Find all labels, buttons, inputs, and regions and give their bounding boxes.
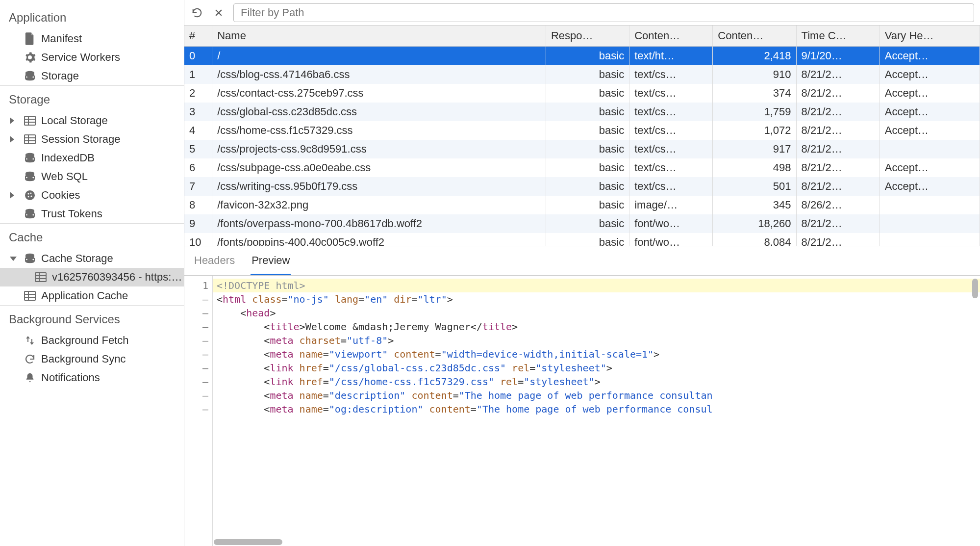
table-row[interactable]: 0/basictext/ht…2,4189/1/20…Accept… <box>184 46 980 65</box>
horizontal-scrollbar[interactable] <box>214 539 282 545</box>
gutter-line: – <box>184 402 212 416</box>
sidebar-item-local-storage[interactable]: Local Storage <box>0 111 184 130</box>
column-header[interactable]: Time C… <box>796 26 879 46</box>
svg-point-22 <box>25 260 34 262</box>
source-line[interactable]: <link href="/css/home-css.f1c57329.css" … <box>213 375 980 389</box>
table-cell: 8/21/2… <box>796 84 879 103</box>
sidebar-item-session-storage[interactable]: Session Storage <box>0 130 184 149</box>
table-row[interactable]: 6/css/subpage-css.a0e0eabe.cssbasictext/… <box>184 158 980 177</box>
table-cell: /favicon-32x32.png <box>212 196 546 214</box>
section-heading: Application <box>0 4 184 29</box>
column-header[interactable]: Vary He… <box>879 26 980 46</box>
sidebar-item-service-workers[interactable]: Service Workers <box>0 48 184 67</box>
sidebar-item-storage-overview[interactable]: Storage <box>0 67 184 85</box>
source-line[interactable]: <head> <box>213 306 980 320</box>
table-cell: basic <box>546 158 629 177</box>
table-cell: 4 <box>184 121 212 140</box>
sidebar-item-manifest[interactable]: Manifest <box>0 29 184 48</box>
source-line[interactable]: <meta name="viewport" content="width=dev… <box>213 347 980 361</box>
refresh-button[interactable] <box>190 6 204 20</box>
source-line[interactable]: <title>Welcome &mdash;Jeremy Wagner</tit… <box>213 320 980 334</box>
table-row[interactable]: 4/css/home-css.f1c57329.cssbasictext/cs…… <box>184 121 980 140</box>
svg-point-16 <box>30 193 32 194</box>
table-cell: /css/global-css.c23d85dc.css <box>212 103 546 121</box>
table-cell: Accept… <box>879 65 980 84</box>
source-line[interactable]: <meta name="description" content="The ho… <box>213 389 980 402</box>
table-cell: Accept… <box>879 121 980 140</box>
svg-rect-2 <box>25 116 35 125</box>
table-cell: 3 <box>184 103 212 121</box>
table-cell: /css/blog-css.47146ba6.css <box>212 65 546 84</box>
column-header[interactable]: Respo… <box>546 26 629 46</box>
table-cell: basic <box>546 177 629 196</box>
table-cell: font/wo… <box>629 233 713 247</box>
table-cell: 8,084 <box>713 233 796 247</box>
table-cell: /fonts/poppins-400.40c005c9.woff2 <box>212 233 546 247</box>
sidebar-item-label: Application Cache <box>41 289 128 302</box>
sidebar-item-notifications[interactable]: Notifications <box>0 368 184 387</box>
source-line[interactable]: <meta name="og:description" content="The… <box>213 402 980 416</box>
source-line[interactable]: <html class="no-js" lang="en" dir="ltr"> <box>213 292 980 306</box>
table-cell: 917 <box>713 140 796 158</box>
table-cell: 498 <box>713 158 796 177</box>
table-row[interactable]: 10/fonts/poppins-400.40c005c9.woff2basic… <box>184 233 980 247</box>
table-row[interactable]: 3/css/global-css.c23d85dc.cssbasictext/c… <box>184 103 980 121</box>
svg-point-20 <box>25 215 34 218</box>
table-cell: Accept… <box>879 84 980 103</box>
table-row[interactable]: 5/css/projects-css.9c8d9591.cssbasictext… <box>184 140 980 158</box>
chevron-down-icon[interactable] <box>10 257 17 261</box>
gutter-line: 1 <box>184 279 212 292</box>
chevron-right-icon[interactable] <box>10 136 14 143</box>
tab-headers[interactable]: Headers <box>193 251 236 275</box>
table-cell: 374 <box>713 84 796 103</box>
section-heading: Background Services <box>0 305 184 331</box>
vertical-scrollbar[interactable] <box>972 279 978 298</box>
table-cell: 8/21/2… <box>796 103 879 121</box>
table-cell: font/wo… <box>629 214 713 233</box>
sidebar-item-indexeddb[interactable]: IndexedDB <box>0 149 184 167</box>
column-header[interactable]: Conten… <box>629 26 713 46</box>
tab-preview[interactable]: Preview <box>251 251 291 275</box>
sidebar-item-app-cache[interactable]: Application Cache <box>0 286 184 305</box>
gutter-line: – <box>184 389 212 402</box>
table-row[interactable]: 2/css/contact-css.275ceb97.cssbasictext/… <box>184 84 980 103</box>
sidebar-item-label: Background Sync <box>41 353 126 365</box>
source-line[interactable]: <meta charset="utf-8"> <box>213 334 980 347</box>
table-cell <box>879 233 980 247</box>
sidebar-item-bg-sync[interactable]: Background Sync <box>0 350 184 368</box>
sidebar-item-cache-storage[interactable]: Cache Storage <box>0 249 184 268</box>
table-row[interactable]: 8/favicon-32x32.pngbasicimage/…3458/26/2… <box>184 196 980 214</box>
table-row[interactable]: 1/css/blog-css.47146ba6.cssbasictext/cs…… <box>184 65 980 84</box>
chevron-right-icon[interactable] <box>10 192 14 199</box>
column-header[interactable]: Name <box>212 26 546 46</box>
table-cell: 910 <box>713 65 796 84</box>
close-icon <box>214 8 224 18</box>
table-row[interactable]: 7/css/writing-css.95b0f179.cssbasictext/… <box>184 177 980 196</box>
sidebar-item-bg-fetch[interactable]: Background Fetch <box>0 331 184 350</box>
table-cell: 1 <box>184 65 212 84</box>
table-cell: 5 <box>184 140 212 158</box>
chevron-right-icon[interactable] <box>10 117 14 124</box>
gutter-line: – <box>184 375 212 389</box>
sidebar-item-cookies[interactable]: Cookies <box>0 186 184 205</box>
sidebar-item-trust-tokens[interactable]: Trust Tokens <box>0 205 184 223</box>
filter-input[interactable] <box>233 3 974 22</box>
table-cell: text/cs… <box>629 158 713 177</box>
column-header[interactable]: Conten… <box>713 26 796 46</box>
table-cell: basic <box>546 233 629 247</box>
table-row[interactable]: 9/fonts/overpass-mono-700.4b8617db.woff2… <box>184 214 980 233</box>
column-header[interactable]: # <box>184 26 212 46</box>
sidebar-item-cache-entry[interactable]: v1625760393456 - https://je <box>0 268 184 286</box>
table-cell: 7 <box>184 177 212 196</box>
table-cell: basic <box>546 65 629 84</box>
clear-button[interactable] <box>212 6 226 20</box>
table-cell: basic <box>546 196 629 214</box>
svg-point-13 <box>25 178 34 181</box>
gutter-line: – <box>184 292 212 306</box>
sidebar-item-label: Manifest <box>41 32 82 45</box>
table-cell: 9 <box>184 214 212 233</box>
sidebar-item-label: Web SQL <box>41 170 88 183</box>
source-line[interactable]: <link href="/css/global-css.c23d85dc.css… <box>213 361 980 375</box>
sidebar-item-websql[interactable]: Web SQL <box>0 167 184 186</box>
source-line[interactable]: <!DOCTYPE html> <box>213 279 980 292</box>
